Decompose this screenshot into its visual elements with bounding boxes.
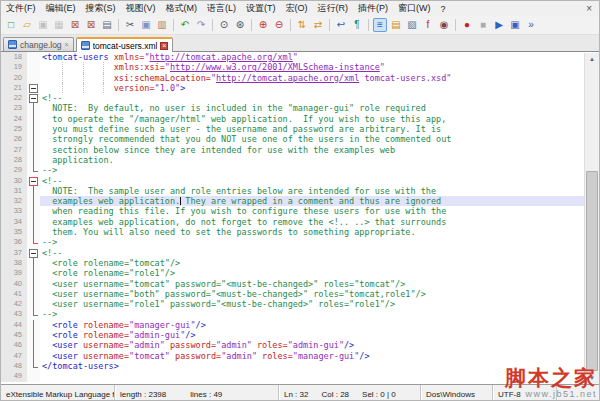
save-all-icon[interactable]: ▦ [52,18,66,32]
redo-icon[interactable]: ↷ [194,18,208,32]
fold-marker[interactable] [27,299,40,309]
indent-guide-icon[interactable]: ≡ [373,18,387,32]
tab-close-icon[interactable]: × [160,42,168,50]
code-line[interactable]: 41 <user username="both" password="<must… [1,289,585,299]
scroll-down-arrow-icon[interactable]: ▼ [585,372,599,384]
code-line[interactable]: 46 <user username="admin" password="admi… [1,340,585,350]
window-close-button[interactable]: × [586,4,592,14]
code-line[interactable]: 43--> [1,309,585,319]
fold-marker[interactable] [27,330,40,340]
scrollbar-thumb[interactable] [586,171,598,371]
fold-marker[interactable] [27,279,40,289]
function-list-icon[interactable]: f [421,18,435,32]
find-icon[interactable]: ⊙ [217,18,231,32]
code-line[interactable]: 45 <role rolename="admin-gui"/> [1,330,585,340]
fold-marker[interactable] [27,237,40,247]
fold-marker[interactable] [27,248,40,258]
code-line[interactable]: 35 them. You will also need to set the p… [1,227,585,237]
zoom-out-icon[interactable]: ⊖ [272,18,286,32]
fold-marker[interactable] [27,186,40,196]
code-line[interactable]: 33 when reading this file. If you wish t… [1,206,585,216]
zoom-in-icon[interactable]: ⊕ [256,18,270,32]
close-all-icon[interactable]: ⊠ [84,18,98,32]
fold-marker[interactable] [27,206,40,216]
sync-horizontal-icon[interactable]: ⇄ [311,18,325,32]
code-line[interactable]: 21 version="1.0"> [1,83,585,93]
sync-vertical-icon[interactable]: ⇅ [295,18,309,32]
code-line[interactable]: 30<!-- [1,176,585,186]
fold-marker[interactable] [27,340,40,350]
code-line[interactable]: 37<!-- [1,248,585,258]
fold-marker[interactable] [27,309,40,319]
tab-tomcat-users-xml[interactable]: tomcat-users.xml× [76,37,174,52]
menu-item-file[interactable]: 文件(F) [1,2,41,15]
record-macro-icon[interactable]: ● [460,18,474,32]
vertical-scrollbar[interactable]: ▲ ▼ [584,53,599,384]
code-line[interactable]: 29--> [1,165,585,175]
code-line[interactable]: 38 <role rolename="tomcat"/> [1,258,585,268]
fold-marker[interactable] [27,155,40,165]
code-line[interactable]: 19 xmlns:xsi="http://www.w3.org/2001/XML… [1,62,585,72]
play-macro-icon[interactable]: ▶ [492,18,506,32]
user-defined-dialog-icon[interactable]: ▤ [389,18,403,32]
fold-marker[interactable] [27,114,40,124]
code-line[interactable]: 18<tomcat-users xmlns="http://tomcat.apa… [1,52,585,62]
fold-marker[interactable] [27,176,40,186]
menu-item-format[interactable]: 格式(M) [161,2,203,15]
code-line[interactable]: 44 <role rolename="manager-gui"/> [1,320,585,330]
tab-change-log[interactable]: change.log× [3,37,74,51]
stop-macro-icon[interactable]: ■ [476,18,490,32]
code-line[interactable]: 24 to operate the "/manager/html" web ap… [1,114,585,124]
code-line[interactable]: 39 <role rolename="role1"/> [1,268,585,278]
code-line[interactable]: 31 NOTE: The sample user and role entrie… [1,186,585,196]
code-line[interactable]: 40 <user username="tomcat" password="<mu… [1,279,585,289]
code-line[interactable]: 36--> [1,237,585,247]
monitoring-icon[interactable]: ◉ [437,18,451,32]
paste-icon[interactable]: ▥ [155,18,169,32]
fold-marker[interactable] [27,93,40,103]
fold-marker[interactable] [27,196,40,206]
menu-item-view[interactable]: 视图(V) [121,2,161,15]
fold-marker[interactable] [27,134,40,144]
scroll-up-arrow-icon[interactable]: ▲ [585,53,599,65]
code-line[interactable]: 34 examples web application, do not forg… [1,217,585,227]
menu-item-settings[interactable]: 设置(T) [241,2,281,15]
menu-item-language[interactable]: 语言(L) [202,2,241,15]
fold-marker[interactable] [27,217,40,227]
fold-marker[interactable] [27,361,40,371]
code-line[interactable]: 27 section below since they are intended… [1,145,585,155]
fold-marker[interactable] [27,103,40,113]
menu-item-window[interactable]: 窗口(W) [393,2,436,15]
code-line[interactable]: 25 you must define such a user - the use… [1,124,585,134]
menu-item-plugins[interactable]: 插件(P) [353,2,393,15]
fold-marker[interactable] [27,320,40,330]
show-all-characters-icon[interactable]: ¶ [350,18,364,32]
print-icon[interactable]: ▤ [100,18,114,32]
menu-item-macro[interactable]: 宏(O) [281,2,313,15]
fold-marker[interactable] [27,124,40,134]
code-line[interactable]: 48</tomcat-users> [1,361,585,371]
open-file-icon[interactable]: ▱ [20,18,34,32]
code-line[interactable]: 42 <user username="role1" password="<mus… [1,299,585,309]
code-area[interactable]: 18<tomcat-users xmlns="http://tomcat.apa… [1,52,585,384]
code-line[interactable]: 47 <user username="tomcat" password="adm… [1,351,585,361]
document-map-icon[interactable]: ▧ [405,18,419,32]
fold-marker[interactable] [27,268,40,278]
code-line[interactable]: 28 application. [1,155,585,165]
menu-item-edit[interactable]: 编辑(E) [41,2,81,15]
fold-marker[interactable] [27,351,40,361]
cut-icon[interactable]: ✂ [123,18,137,32]
code-line[interactable]: 23 NOTE: By default, no user is included… [1,103,585,113]
code-line[interactable]: 32 examples web application. They are wr… [1,196,585,206]
code-line[interactable]: 49 [1,371,585,381]
replace-icon[interactable]: ⊛ [233,18,247,32]
fold-marker[interactable] [27,165,40,175]
fold-marker[interactable] [27,145,40,155]
copy-icon[interactable]: ▣ [139,18,153,32]
editor[interactable]: 18<tomcat-users xmlns="http://tomcat.apa… [1,51,599,384]
fold-marker[interactable] [27,227,40,237]
tab-close-icon[interactable]: × [65,41,69,49]
code-line[interactable]: 26 strongly recommended that you do NOT … [1,134,585,144]
fold-marker[interactable] [27,83,40,93]
fold-marker[interactable] [27,289,40,299]
